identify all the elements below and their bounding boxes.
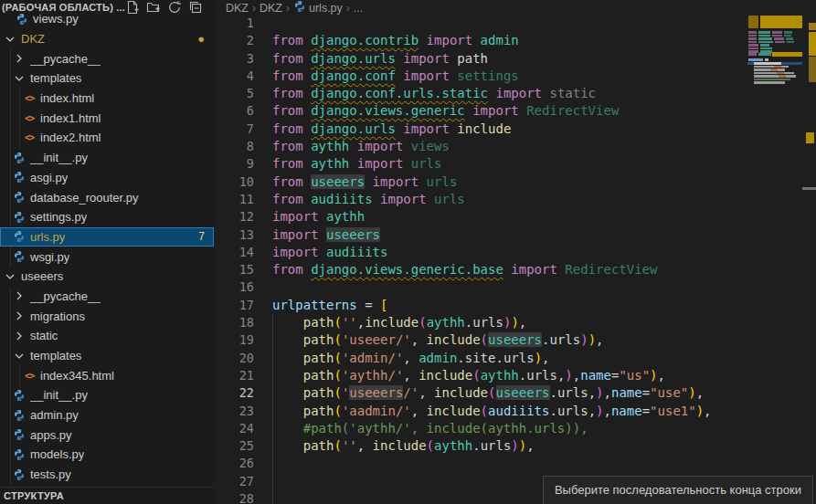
code-text: path('',include(aythh.urls)), [254,314,526,331]
tree-item-wsgi-py[interactable]: wsgi.py [0,247,214,267]
code-token: name [611,385,642,400]
tree-item-asgi-py[interactable]: asgi.py [0,168,214,188]
code-token: ( [334,332,341,347]
tree-item-index-html[interactable]: <>index.html [0,89,214,109]
code-token: path [303,315,334,330]
breadcrumb-item[interactable]: DKZ [260,2,282,15]
breadcrumb-label: DKZ [226,2,249,15]
code-token: include [427,332,481,347]
code-token: .urls [542,332,580,347]
code-token: import [488,86,549,100]
code-token: , [357,438,373,453]
tree-item--init-py[interactable]: __init__.py [0,385,214,405]
tree-item--init-py[interactable]: __init__.py [0,148,214,168]
code-line-4[interactable]: 4from django.conf import settings [214,68,816,85]
tree-item-models-py[interactable]: models.py [0,445,214,465]
tree-item-admin-py[interactable]: admin.py [0,405,214,425]
python-file-icon [12,447,26,462]
code-line-15[interactable]: 15from django.views.generic.base import … [214,261,816,278]
chevron-right-icon [12,329,26,343]
code-token [272,368,303,383]
code-line-2[interactable]: 2from django.contrib import admin [214,32,816,49]
line-number: 14 [214,244,254,261]
code-line-8[interactable]: 8from aythh import views [214,138,816,155]
code-line-3[interactable]: 3from django.urls import path [214,50,816,68]
new-file-icon[interactable] [125,0,140,15]
code-token: 'useeer/' [342,332,411,347]
code-line-5[interactable]: 5from django.conf.urls.static import sta… [214,85,816,102]
code-token: ( [334,315,341,330]
tree-item-tests-py[interactable]: tests.py [0,465,214,485]
code-text: from django.urls import include [254,121,511,138]
html-file-icon: <> [22,368,37,383]
tree-item-migrations[interactable]: migrations [0,306,214,326]
code-line-17[interactable]: 17urlpatterns = [ [214,297,816,314]
line-number: 17 [214,297,254,314]
minimap-bar [774,66,781,68]
tree-item-dkz[interactable]: DKZ● [0,29,214,49]
tree-item-index2-html[interactable]: <>index2.html [0,128,214,148]
code-line-14[interactable]: 14import audiiits [214,244,816,261]
tree-item-label: wsgi.py [30,250,69,264]
minimap[interactable] [747,0,802,504]
code-line-21[interactable]: 21 path('aythh/', include(aythh.urls,),n… [214,367,816,384]
line-number: 8 [214,138,254,155]
tree-item-index1-html[interactable]: <>index1.html [0,108,214,128]
tree-item-label: __init__.py [30,388,88,402]
code-line-11[interactable]: 11from audiiits import urls [214,191,816,208]
code-line-12[interactable]: 12import aythh [214,208,816,226]
code-line-6[interactable]: 6from django.views.generic import Redire… [214,102,816,120]
tree-item-database-roouter-py[interactable]: database_roouter.py [0,187,214,207]
code-editor[interactable]: 12from django.contrib import admin3from … [214,15,816,504]
code-token: include [427,404,481,418]
tree-item-label: useeers [21,269,63,283]
structure-section-header[interactable]: СТРУКТУРА [0,487,214,504]
tree-item--pycache-[interactable]: __pycache__ [0,287,214,307]
code-line-25[interactable]: 25 path('', include(aythh.urls)), [214,437,816,455]
code-token [272,438,303,453]
explorer-actions [125,0,216,15]
code-line-16[interactable]: 16 [214,278,816,296]
code-text: from audiiits import urls [254,191,465,208]
tree-item-index345-html[interactable]: <>index345.html [0,365,214,385]
code-token: = [642,385,650,400]
code-line-24[interactable]: 24 #path('aythh/', include(aythh.urls)), [214,420,816,437]
tree-item-apps-py[interactable]: apps.py [0,425,214,445]
code-token: import [349,139,410,153]
tree-item-static[interactable]: static [0,326,214,346]
workspace-section-header[interactable]: (РАБОЧАЯ ОБЛАСТЬ) ... [0,0,214,14]
code-line-22[interactable]: 22 path('useeers/', include(useeers.urls… [214,384,816,402]
tree-item-templates[interactable]: templates [0,68,214,89]
code-token: django.urls [311,51,396,66]
tree-item--pycache-[interactable]: __pycache__ [0,48,214,68]
code-line-23[interactable]: 23 path('aadmin/', include(audiiits.urls… [214,403,816,420]
tree-item-useeers[interactable]: useeers [0,267,214,287]
tree-item-urls-py[interactable]: urls.py7 [0,227,214,247]
code-text: import audiiits [254,244,387,261]
refresh-icon[interactable] [167,0,182,15]
code-line-10[interactable]: 10from useeers import urls [214,173,816,191]
tree-item-templates[interactable]: templates [0,346,214,366]
code-line-19[interactable]: 19 path('useeer/', include(useeers.urls)… [214,331,816,349]
line-number: 22 [214,384,254,402]
breadcrumb-item[interactable]: urls.py [293,0,343,16]
line-number: 9 [214,155,254,173]
tree-item-label: models.py [30,447,84,461]
code-line-20[interactable]: 20 path('admin/', admin.site.urls), [214,350,816,367]
code-line-18[interactable]: 18 path('',include(aythh.urls)), [214,314,816,331]
code-token: ) [688,385,695,400]
code-line-26[interactable]: 26 [214,455,816,472]
code-line-1[interactable]: 1 [214,15,816,32]
code-token: audiiits [326,245,387,259]
code-line-9[interactable]: 9from aythh import urls [214,155,816,173]
breadcrumb-item[interactable]: DKZ [226,2,249,15]
code-line-7[interactable]: 7from django.urls import include [214,121,816,138]
code-token: urls [411,156,442,171]
eol-tooltip: Выберите последовательность конца строки [543,476,813,504]
breadcrumb-item[interactable]: ... [354,2,363,15]
tree-item-settings-py[interactable]: settings.py [0,207,214,227]
code-token: , [573,368,580,383]
code-line-13[interactable]: 13import useeers [214,226,816,244]
collapse-all-icon[interactable] [188,0,203,15]
new-folder-icon[interactable] [146,0,161,15]
